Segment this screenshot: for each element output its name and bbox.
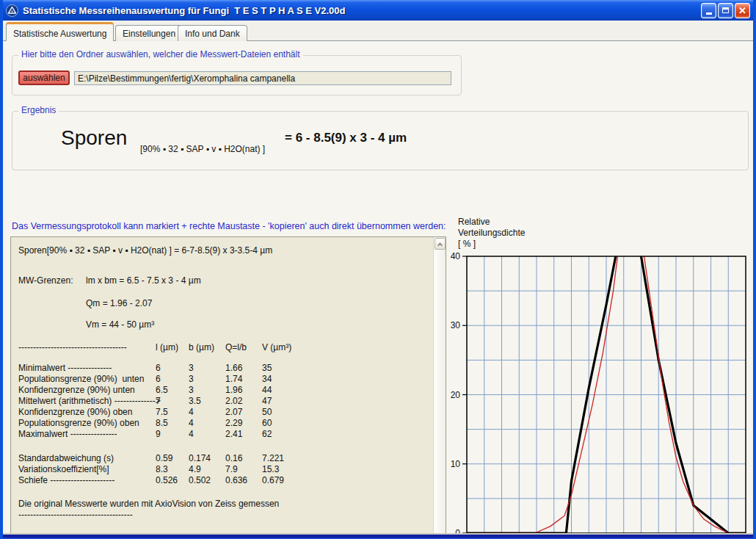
protocol-line: 34: [262, 374, 272, 384]
protocol-line: 2.07: [225, 407, 242, 417]
protocol-hint: Das Vermessungsprotokoll kann markiert +…: [12, 221, 446, 231]
protocol-line: Populationsgrenze (90%) unten: [18, 374, 144, 384]
tab-label: Statistische Auswertung: [13, 29, 106, 39]
y-tick-label: 10: [451, 459, 461, 469]
protocol-line: 0.16: [225, 453, 242, 463]
folder-groupbox: Hier bitte den Ordner auswählen, welcher…: [12, 55, 462, 95]
app-icon: [6, 4, 18, 17]
close-icon: ✕: [738, 6, 746, 15]
protocol-line: 0.679: [262, 475, 284, 485]
protocol-line: b (µm): [189, 342, 214, 352]
protocol-line: 1.66: [225, 363, 242, 373]
protocol-line: Standardabweichung (s): [18, 453, 114, 463]
chevron-up-icon: [437, 242, 443, 247]
distribution-chart: 0510152025303540455055606570758001020304…: [443, 214, 752, 539]
y-tick-label: 40: [451, 251, 461, 261]
protocol-line: 4: [189, 418, 194, 428]
protocol-line: 1.96: [225, 385, 242, 395]
protocol-line: 7.5: [156, 407, 168, 417]
protocol-line: 2.29: [225, 418, 242, 428]
minimize-icon: [706, 12, 712, 15]
result-group-legend: Ergebnis: [18, 105, 59, 115]
protocol-line: 4: [189, 429, 194, 439]
tab-strip: Statistische Auswertung Einstellungen In…: [3, 21, 753, 41]
result-subscript: [90% ▪ 32 ▪ SAP ▪ v ▪ H2O(nat) ]: [140, 144, 265, 154]
protocol-line: 0.636: [225, 475, 247, 485]
protocol-line: Populationsgrenze (90%) oben: [18, 418, 139, 428]
maximize-icon: [722, 7, 729, 13]
protocol-line: 2.02: [225, 396, 242, 406]
protocol-line: 3: [189, 363, 194, 373]
tab-label: Info und Dank: [185, 29, 240, 39]
protocol-line: Maximalwert ----------------: [18, 429, 117, 439]
protocol-line: 6.5: [156, 385, 168, 395]
result-spore-name: Sporen: [61, 126, 127, 150]
protocol-line: Q=l/b: [225, 342, 247, 352]
protocol-line: 44: [262, 385, 272, 395]
result-value: = 6 - 8.5(9) x 3 - 4 µm: [285, 131, 407, 145]
protocol-content: Sporen[90% ▪ 32 ▪ SAP ▪ v ▪ H2O(nat) ] =…: [11, 237, 433, 539]
protocol-line: ---------------------------------------: [18, 510, 133, 520]
protocol-textarea[interactable]: Sporen[90% ▪ 32 ▪ SAP ▪ v ▪ H2O(nat) ] =…: [10, 236, 446, 539]
result-groupbox: Ergebnis Sporen [90% ▪ 32 ▪ SAP ▪ v ▪ H2…: [12, 111, 749, 170]
titlebar[interactable]: Statistische Messreihenauswertung für Fu…: [3, 0, 753, 21]
protocol-line: Konfidenzgrenze (90%) oben: [18, 407, 132, 417]
protocol-line: Minimalwert ---------------: [18, 363, 112, 373]
protocol-line: 7: [156, 396, 161, 406]
protocol-line: Konfidenzgrenze (90%) unten: [18, 385, 135, 395]
close-button[interactable]: ✕: [735, 3, 750, 18]
folder-group-legend: Hier bitte den Ordner auswählen, welcher…: [18, 49, 303, 59]
protocol-line: 0.502: [189, 475, 211, 485]
protocol-line: 3: [189, 374, 194, 384]
protocol-line: -------------------------------------: [18, 342, 127, 352]
y-tick-label: 20: [451, 390, 461, 400]
protocol-line: 6: [156, 374, 161, 384]
protocol-line: MW-Grenzen:: [18, 275, 73, 286]
tab-statistische-auswertung[interactable]: Statistische Auswertung: [6, 22, 114, 41]
protocol-line: Schiefe ----------------------: [18, 475, 115, 485]
tab-info-und-dank[interactable]: Info und Dank: [178, 25, 247, 41]
protocol-line: V (µm³): [262, 342, 291, 352]
folder-path-input[interactable]: [74, 71, 451, 85]
protocol-line: 47: [262, 396, 272, 406]
protocol-line: 7.9: [225, 464, 238, 474]
protocol-line: lm x bm = 6.5 - 7.5 x 3 - 4 µm: [86, 275, 201, 286]
protocol-line: l (µm): [156, 342, 178, 352]
protocol-line: Vm = 44 - 50 µm³: [86, 319, 154, 330]
minimize-button[interactable]: [701, 3, 716, 18]
protocol-line: 15.3: [262, 464, 279, 474]
protocol-line: 62: [262, 429, 272, 439]
window-bottom-border: [3, 533, 753, 539]
protocol-line: Variationskoeffizient[%]: [18, 464, 109, 474]
protocol-line: Qm = 1.96 - 2.07: [86, 298, 152, 308]
protocol-line: Sporen[90% ▪ 32 ▪ SAP ▪ v ▪ H2O(nat) ] =…: [18, 245, 272, 256]
protocol-line: 8.5: [156, 418, 168, 428]
app-window: Statistische Messreihenauswertung für Fu…: [0, 0, 756, 539]
protocol-line: 0.174: [189, 453, 211, 463]
protocol-line: 50: [262, 407, 272, 417]
protocol-line: 9: [156, 429, 161, 439]
protocol-line: 3.5: [189, 396, 201, 406]
choose-folder-button[interactable]: auswählen: [18, 70, 70, 85]
protocol-line: 8.3: [156, 464, 168, 474]
maximize-button[interactable]: [718, 3, 733, 18]
protocol-line: 4: [189, 407, 194, 417]
tab-page: Hier bitte den Ordner auswählen, welcher…: [3, 41, 753, 533]
protocol-line: Mittelwert (arithmetisch) --------------…: [18, 396, 161, 406]
tab-einstellungen[interactable]: Einstellungen: [115, 25, 183, 41]
tab-label: Einstellungen: [123, 29, 175, 39]
protocol-line: 0.526: [156, 475, 178, 485]
window-title: Statistische Messreihenauswertung für Fu…: [23, 5, 345, 16]
y-tick-label: 30: [451, 320, 461, 330]
protocol-line: 60: [262, 418, 272, 428]
protocol-line: 6: [156, 363, 161, 373]
protocol-line: 4.9: [189, 464, 201, 474]
protocol-line: 3: [189, 385, 194, 395]
protocol-line: 2.41: [225, 429, 242, 439]
protocol-line: 7.221: [262, 453, 284, 463]
protocol-line: Die original Messwerte wurden mit AxioVi…: [18, 499, 279, 509]
protocol-line: 1.74: [225, 374, 242, 384]
protocol-line: 35: [262, 363, 272, 373]
protocol-line: 0.59: [156, 453, 172, 463]
